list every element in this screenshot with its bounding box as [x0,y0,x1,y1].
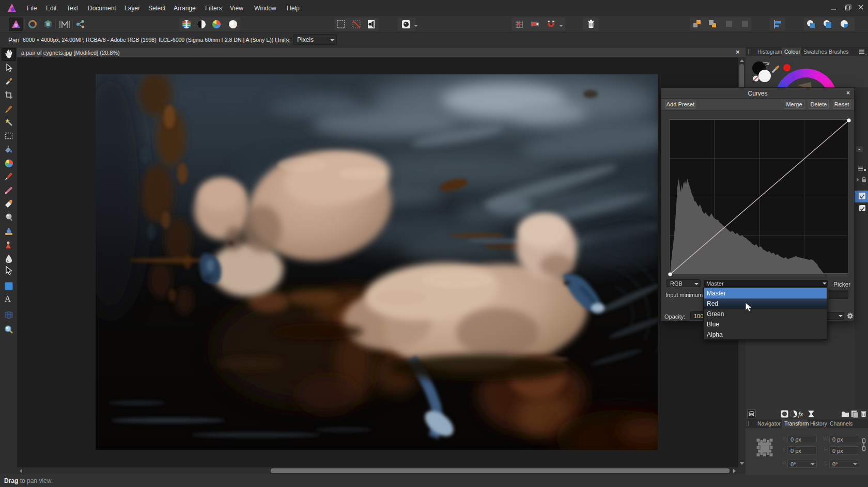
svg-text:fx: fx [798,410,803,418]
